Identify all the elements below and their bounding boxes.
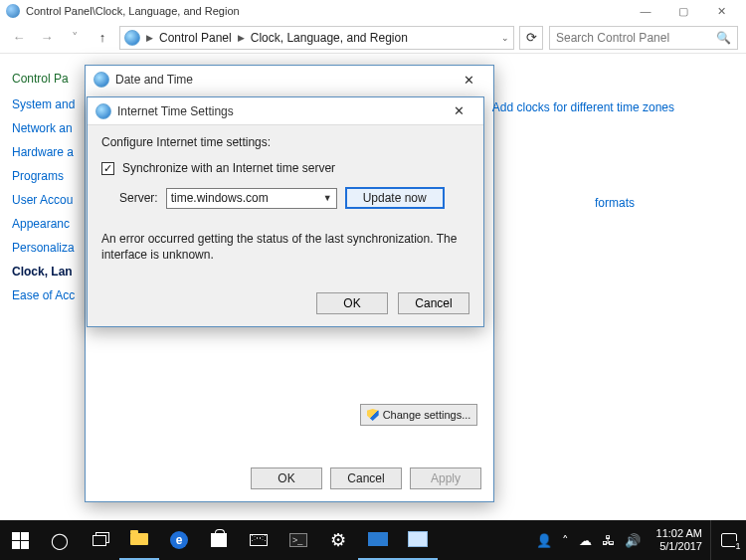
taskbar-app-1[interactable] (358, 520, 398, 560)
breadcrumb-dropdown[interactable]: ⌄ (501, 33, 509, 43)
sidebar: Control Pa System and Network an Hardwar… (0, 54, 94, 520)
chevron-right-icon: ▶ (144, 33, 155, 43)
server-value: time.windows.com (171, 191, 269, 205)
sidebar-item-programs[interactable]: Programs (12, 169, 94, 183)
configure-label: Configure Internet time settings: (101, 135, 469, 149)
breadcrumb-segment[interactable]: Control Panel (159, 31, 232, 45)
network-icon[interactable]: 🖧 (602, 533, 615, 548)
window-titlebar: Control Panel\Clock, Language, and Regio… (0, 0, 746, 22)
forward-button: → (36, 27, 58, 49)
add-clocks-link[interactable]: Add clocks for different time zones (492, 100, 674, 114)
sync-label: Synchronize with an Internet time server (122, 161, 335, 175)
clock-icon (95, 103, 111, 119)
system-tray[interactable]: 👤 ˄ ☁ 🖧 🔊 (528, 533, 649, 548)
server-combobox[interactable]: time.windows.com ▼ (166, 188, 337, 209)
search-icon: 🔍 (716, 31, 731, 45)
recent-dropdown[interactable]: ˅ (64, 27, 86, 49)
sidebar-item-ease[interactable]: Ease of Acc (12, 288, 94, 302)
window-title: Control Panel\Clock, Language, and Regio… (26, 5, 240, 17)
maximize-button[interactable]: ▢ (664, 0, 702, 22)
ok-button[interactable]: OK (316, 292, 388, 314)
control-panel-icon (6, 4, 20, 18)
close-button[interactable]: ✕ (702, 0, 740, 22)
change-settings-label: Change settings... (383, 409, 471, 421)
sidebar-item-clock[interactable]: Clock, Lan (12, 265, 94, 279)
cp-home-link[interactable]: Control Pa (12, 72, 94, 86)
close-button[interactable]: ✕ (452, 70, 485, 90)
onedrive-icon[interactable]: ☁ (579, 533, 592, 548)
sidebar-item-appearance[interactable]: Appearanc (12, 217, 94, 231)
refresh-button[interactable]: ⟳ (519, 26, 543, 50)
chevron-right-icon: ▶ (236, 33, 247, 43)
nav-row: ← → ˅ ↑ ▶ Control Panel ▶ Clock, Languag… (0, 22, 746, 54)
apply-button: Apply (410, 467, 481, 489)
shield-icon (367, 409, 379, 421)
cancel-button[interactable]: Cancel (330, 467, 402, 489)
clock-date: 5/1/2017 (656, 540, 702, 553)
close-button[interactable]: ✕ (442, 101, 475, 121)
sync-error-text: An error occurred getting the status of … (101, 231, 469, 263)
server-label: Server: (119, 191, 158, 205)
minimize-button[interactable]: — (627, 0, 664, 22)
store-button[interactable] (199, 520, 239, 560)
notification-icon (721, 533, 737, 547)
address-bar[interactable]: ▶ Control Panel ▶ Clock, Language, and R… (119, 26, 514, 50)
sidebar-item-user[interactable]: User Accou (12, 193, 94, 207)
clock-time: 11:02 AM (656, 527, 702, 540)
change-settings-button[interactable]: Change settings... (360, 404, 477, 426)
sidebar-item-system[interactable]: System and (12, 97, 94, 111)
ok-button[interactable]: OK (251, 467, 322, 489)
internet-time-dialog: Internet Time Settings ✕ Configure Inter… (87, 96, 484, 327)
dialog-title: Date and Time (115, 73, 193, 87)
back-button[interactable]: ← (8, 27, 30, 49)
up-button[interactable]: ↑ (92, 27, 113, 49)
sidebar-item-network[interactable]: Network an (12, 121, 94, 135)
cancel-button[interactable]: Cancel (398, 292, 469, 314)
cortana-button[interactable]: ◯ (40, 520, 80, 560)
terminal-button[interactable]: >_ (279, 520, 318, 560)
people-icon[interactable]: 👤 (536, 533, 552, 548)
taskbar-clock[interactable]: 11:02 AM 5/1/2017 (649, 527, 710, 552)
start-button[interactable] (0, 520, 40, 560)
sidebar-item-hardware[interactable]: Hardware a (12, 145, 94, 159)
tray-overflow-icon[interactable]: ˄ (562, 533, 569, 548)
edge-button[interactable]: e (159, 520, 199, 560)
volume-icon[interactable]: 🔊 (625, 533, 641, 548)
control-panel-icon (124, 30, 140, 46)
settings-taskbar-button[interactable]: ⚙ (318, 520, 358, 560)
chevron-down-icon: ▼ (323, 193, 332, 203)
task-view-button[interactable] (80, 520, 119, 560)
mail-button[interactable] (239, 520, 279, 560)
formats-link[interactable]: formats (595, 196, 635, 210)
sync-checkbox[interactable]: ✓ (101, 162, 114, 175)
update-now-button[interactable]: Update now (345, 187, 445, 209)
search-input[interactable]: Search Control Panel 🔍 (549, 26, 738, 50)
taskbar-app-2[interactable] (398, 520, 438, 560)
clock-icon (93, 72, 109, 88)
action-center-button[interactable] (710, 520, 746, 560)
file-explorer-button[interactable] (119, 520, 159, 560)
dialog-title: Internet Time Settings (117, 104, 234, 118)
search-placeholder: Search Control Panel (556, 31, 669, 45)
breadcrumb-segment[interactable]: Clock, Language, and Region (251, 31, 408, 45)
sidebar-item-personalization[interactable]: Personaliza (12, 241, 94, 255)
taskbar: ◯ e >_ ⚙ 👤 ˄ ☁ 🖧 🔊 11:02 AM 5/1/2017 (0, 520, 746, 560)
